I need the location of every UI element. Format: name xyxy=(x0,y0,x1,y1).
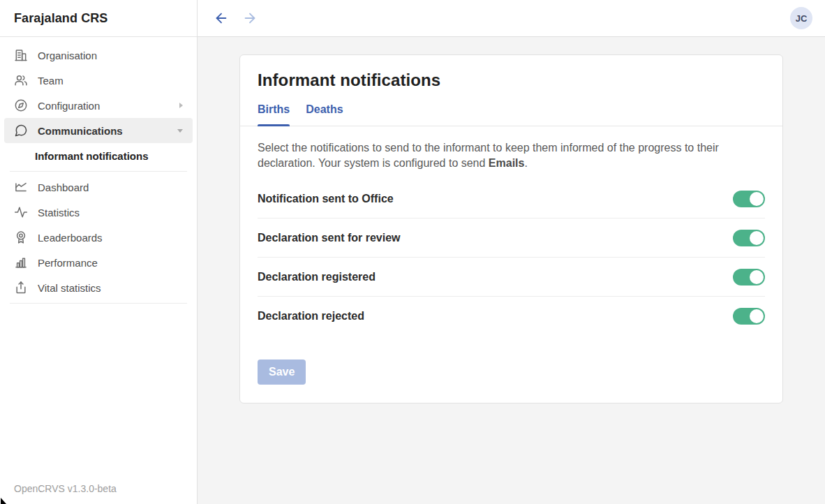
tab-bar: Births Deaths xyxy=(258,103,765,126)
toggle-row-declaration-sent-for-review: Declaration sent for review xyxy=(258,218,765,258)
sidebar-item-organisation[interactable]: Organisation xyxy=(4,43,193,68)
toggle-row-declaration-registered: Declaration registered xyxy=(258,258,765,297)
chevron-right-icon xyxy=(179,103,183,108)
toggle-switch-declaration-registered[interactable] xyxy=(733,269,765,286)
informant-notifications-card: Informant notifications Births Deaths Se… xyxy=(239,54,783,403)
forward-button[interactable] xyxy=(241,10,258,27)
export-icon xyxy=(14,281,28,295)
sidebar-subitem-label: Informant notifications xyxy=(35,150,149,162)
chevron-down-icon xyxy=(177,129,183,133)
sidebar-item-dashboard[interactable]: Dashboard xyxy=(4,175,193,200)
main-area: JC Informant notifications Births Deaths… xyxy=(198,0,825,504)
building-icon xyxy=(14,48,28,62)
app-brand-title: Farajaland CRS xyxy=(14,11,107,26)
user-avatar[interactable]: JC xyxy=(790,7,812,29)
sidebar: Farajaland CRS Organisation xyxy=(0,0,198,504)
card-header: Informant notifications Births Deaths xyxy=(240,55,782,126)
page-content: Informant notifications Births Deaths Se… xyxy=(198,37,825,504)
sidebar-item-leaderboards[interactable]: Leaderboards xyxy=(4,225,193,250)
activity-icon xyxy=(14,205,28,219)
sidebar-item-communications[interactable]: Communications xyxy=(4,118,193,143)
sidebar-subitem-informant-notifications[interactable]: Informant notifications xyxy=(4,143,193,168)
sidebar-item-label: Team xyxy=(38,75,183,87)
page-title: Informant notifications xyxy=(258,71,765,90)
sidebar-item-label: Communications xyxy=(38,125,168,137)
app-version-label: OpenCRVS v1.3.0-beta xyxy=(14,483,117,494)
sidebar-item-label: Statistics xyxy=(38,207,183,218)
toggle-label: Declaration sent for review xyxy=(258,232,401,244)
sidebar-divider xyxy=(10,303,187,304)
sidebar-header: Farajaland CRS xyxy=(0,0,197,37)
sidebar-divider xyxy=(10,171,187,172)
line-chart-icon xyxy=(14,180,28,194)
notification-toggle-list: Notification sent to Office Declaration … xyxy=(258,179,765,336)
toggle-knob xyxy=(750,231,764,245)
description-text: Select the notifications to send to the … xyxy=(258,140,760,171)
toggle-switch-notification-sent-to-office[interactable] xyxy=(733,191,765,207)
sidebar-item-vital-statistics[interactable]: Vital statistics xyxy=(4,275,193,300)
app-window: Farajaland CRS Organisation xyxy=(0,0,825,504)
toggle-knob xyxy=(750,309,764,323)
toggle-row-declaration-rejected: Declaration rejected xyxy=(258,297,765,336)
sidebar-item-label: Performance xyxy=(38,257,183,269)
mouse-cursor xyxy=(1,498,6,504)
medal-icon xyxy=(14,230,28,244)
bar-chart-icon xyxy=(14,255,28,269)
sidebar-item-performance[interactable]: Performance xyxy=(4,250,193,275)
sidebar-item-statistics[interactable]: Statistics xyxy=(4,200,193,225)
tab-deaths[interactable]: Deaths xyxy=(306,103,343,126)
tab-births[interactable]: Births xyxy=(258,103,290,126)
sidebar-item-configuration[interactable]: Configuration xyxy=(4,93,193,118)
toggle-label: Declaration registered xyxy=(258,271,376,283)
sidebar-item-label: Vital statistics xyxy=(38,282,183,294)
description-emphasis: Emails xyxy=(489,157,525,169)
toggle-switch-declaration-sent-for-review[interactable] xyxy=(733,230,765,246)
arrow-left-icon xyxy=(214,10,229,26)
sidebar-item-team[interactable]: Team xyxy=(4,68,193,93)
topbar: JC xyxy=(198,0,825,37)
back-button[interactable] xyxy=(213,10,230,27)
chat-bubble-icon xyxy=(14,124,28,138)
users-icon xyxy=(14,73,28,87)
sidebar-item-label: Organisation xyxy=(38,50,183,61)
sidebar-item-label: Dashboard xyxy=(38,181,183,193)
save-button[interactable]: Save xyxy=(258,360,306,385)
card-body: Select the notifications to send to the … xyxy=(240,126,782,403)
toggle-switch-declaration-rejected[interactable] xyxy=(733,308,765,325)
sidebar-nav: Organisation Team xyxy=(0,37,197,304)
arrow-right-icon xyxy=(242,10,258,26)
sidebar-item-label: Leaderboards xyxy=(38,232,183,244)
toggle-row-notification-sent-to-office: Notification sent to Office xyxy=(258,179,765,218)
toggle-label: Declaration rejected xyxy=(258,310,364,323)
toggle-knob xyxy=(750,270,764,284)
toggle-knob xyxy=(750,192,764,206)
compass-icon xyxy=(14,98,28,112)
sidebar-item-label: Configuration xyxy=(38,100,170,112)
toggle-label: Notification sent to Office xyxy=(258,193,394,205)
